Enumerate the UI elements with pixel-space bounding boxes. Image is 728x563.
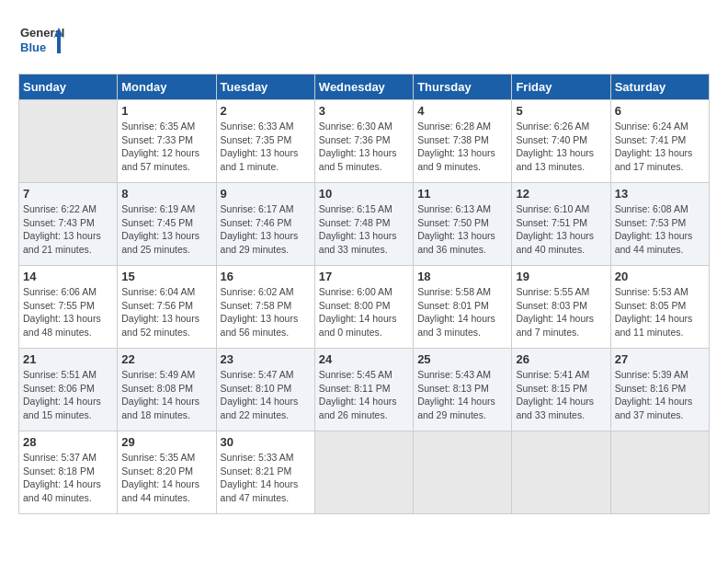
day-number: 4 xyxy=(417,104,507,118)
day-number: 24 xyxy=(319,352,409,366)
day-info: Sunrise: 6:06 AM Sunset: 7:55 PM Dayligh… xyxy=(23,285,113,339)
calendar-cell: 9Sunrise: 6:17 AM Sunset: 7:46 PM Daylig… xyxy=(216,183,314,266)
day-info: Sunrise: 6:35 AM Sunset: 7:33 PM Dayligh… xyxy=(121,120,211,174)
day-info: Sunrise: 5:51 AM Sunset: 8:06 PM Dayligh… xyxy=(23,368,113,422)
calendar-cell: 8Sunrise: 6:19 AM Sunset: 7:45 PM Daylig… xyxy=(118,183,216,266)
calendar-cell: 6Sunrise: 6:24 AM Sunset: 7:41 PM Daylig… xyxy=(610,100,709,183)
day-number: 22 xyxy=(121,352,211,366)
day-number: 19 xyxy=(516,270,606,283)
day-info: Sunrise: 5:35 AM Sunset: 8:20 PM Dayligh… xyxy=(121,451,211,505)
day-info: Sunrise: 6:15 AM Sunset: 7:48 PM Dayligh… xyxy=(319,202,409,257)
day-info: Sunrise: 5:53 AM Sunset: 8:05 PM Dayligh… xyxy=(615,285,705,339)
day-info: Sunrise: 5:43 AM Sunset: 8:13 PM Dayligh… xyxy=(417,368,507,422)
day-info: Sunrise: 6:30 AM Sunset: 7:36 PM Dayligh… xyxy=(319,120,409,174)
col-header-friday: Friday xyxy=(512,75,610,100)
page-header: General Blue xyxy=(18,18,710,64)
calendar-cell: 17Sunrise: 6:00 AM Sunset: 8:00 PM Dayli… xyxy=(314,266,413,349)
col-header-tuesday: Tuesday xyxy=(216,75,314,100)
calendar-cell: 26Sunrise: 5:41 AM Sunset: 8:15 PM Dayli… xyxy=(512,349,610,431)
day-number: 1 xyxy=(121,104,211,118)
day-info: Sunrise: 5:39 AM Sunset: 8:16 PM Dayligh… xyxy=(615,368,705,422)
day-number: 2 xyxy=(221,104,311,118)
day-number: 23 xyxy=(221,352,311,366)
calendar-week-row: 7Sunrise: 6:22 AM Sunset: 7:43 PM Daylig… xyxy=(19,183,710,266)
calendar-cell xyxy=(414,431,512,514)
calendar-cell: 21Sunrise: 5:51 AM Sunset: 8:06 PM Dayli… xyxy=(19,349,118,431)
calendar-cell: 10Sunrise: 6:15 AM Sunset: 7:48 PM Dayli… xyxy=(314,183,413,266)
day-info: Sunrise: 6:22 AM Sunset: 7:43 PM Dayligh… xyxy=(23,202,113,257)
day-number: 29 xyxy=(121,435,211,449)
day-info: Sunrise: 5:41 AM Sunset: 8:15 PM Dayligh… xyxy=(516,368,606,422)
calendar-cell: 16Sunrise: 6:02 AM Sunset: 7:58 PM Dayli… xyxy=(216,266,314,349)
day-info: Sunrise: 5:55 AM Sunset: 8:03 PM Dayligh… xyxy=(516,285,606,339)
calendar-cell: 20Sunrise: 5:53 AM Sunset: 8:05 PM Dayli… xyxy=(610,266,709,349)
day-info: Sunrise: 6:02 AM Sunset: 7:58 PM Dayligh… xyxy=(221,285,311,339)
calendar-cell: 7Sunrise: 6:22 AM Sunset: 7:43 PM Daylig… xyxy=(19,183,118,266)
day-number: 7 xyxy=(23,187,113,201)
col-header-sunday: Sunday xyxy=(19,75,118,100)
day-info: Sunrise: 6:13 AM Sunset: 7:50 PM Dayligh… xyxy=(417,202,507,257)
day-number: 13 xyxy=(615,187,705,201)
day-info: Sunrise: 6:04 AM Sunset: 7:56 PM Dayligh… xyxy=(121,285,211,339)
calendar-cell: 29Sunrise: 5:35 AM Sunset: 8:20 PM Dayli… xyxy=(118,431,216,514)
day-number: 6 xyxy=(615,104,705,118)
day-number: 10 xyxy=(319,187,409,201)
calendar-cell: 28Sunrise: 5:37 AM Sunset: 8:18 PM Dayli… xyxy=(19,431,118,514)
calendar-cell: 24Sunrise: 5:45 AM Sunset: 8:11 PM Dayli… xyxy=(314,349,413,431)
day-info: Sunrise: 5:58 AM Sunset: 8:01 PM Dayligh… xyxy=(417,285,507,339)
calendar-cell xyxy=(610,431,709,514)
calendar-cell: 5Sunrise: 6:26 AM Sunset: 7:40 PM Daylig… xyxy=(512,100,610,183)
calendar-cell: 14Sunrise: 6:06 AM Sunset: 7:55 PM Dayli… xyxy=(19,266,118,349)
calendar-cell: 1Sunrise: 6:35 AM Sunset: 7:33 PM Daylig… xyxy=(118,100,216,183)
day-number: 15 xyxy=(121,270,211,283)
day-number: 9 xyxy=(221,187,311,201)
calendar-cell: 2Sunrise: 6:33 AM Sunset: 7:35 PM Daylig… xyxy=(216,100,314,183)
day-info: Sunrise: 5:49 AM Sunset: 8:08 PM Dayligh… xyxy=(121,368,211,422)
calendar-cell: 11Sunrise: 6:13 AM Sunset: 7:50 PM Dayli… xyxy=(414,183,512,266)
day-number: 21 xyxy=(23,352,113,366)
calendar-cell: 3Sunrise: 6:30 AM Sunset: 7:36 PM Daylig… xyxy=(314,100,413,183)
calendar-week-row: 1Sunrise: 6:35 AM Sunset: 7:33 PM Daylig… xyxy=(19,100,710,183)
day-number: 12 xyxy=(516,187,606,201)
day-info: Sunrise: 6:26 AM Sunset: 7:40 PM Dayligh… xyxy=(516,120,606,174)
calendar-cell: 25Sunrise: 5:43 AM Sunset: 8:13 PM Dayli… xyxy=(414,349,512,431)
calendar-cell: 19Sunrise: 5:55 AM Sunset: 8:03 PM Dayli… xyxy=(512,266,610,349)
day-number: 25 xyxy=(417,352,507,366)
calendar-cell: 18Sunrise: 5:58 AM Sunset: 8:01 PM Dayli… xyxy=(414,266,512,349)
calendar-cell xyxy=(512,431,610,514)
day-number: 26 xyxy=(516,352,606,366)
calendar-table: SundayMondayTuesdayWednesdayThursdayFrid… xyxy=(18,74,710,514)
calendar-cell: 4Sunrise: 6:28 AM Sunset: 7:38 PM Daylig… xyxy=(414,100,512,183)
calendar-week-row: 21Sunrise: 5:51 AM Sunset: 8:06 PM Dayli… xyxy=(19,349,710,431)
day-number: 28 xyxy=(23,435,113,449)
day-info: Sunrise: 5:33 AM Sunset: 8:21 PM Dayligh… xyxy=(221,451,311,505)
day-number: 18 xyxy=(417,270,507,283)
calendar-cell: 22Sunrise: 5:49 AM Sunset: 8:08 PM Dayli… xyxy=(118,349,216,431)
day-info: Sunrise: 6:19 AM Sunset: 7:45 PM Dayligh… xyxy=(121,202,211,257)
day-number: 14 xyxy=(23,270,113,283)
day-info: Sunrise: 6:17 AM Sunset: 7:46 PM Dayligh… xyxy=(221,202,311,257)
day-info: Sunrise: 5:37 AM Sunset: 8:18 PM Dayligh… xyxy=(23,451,113,505)
col-header-monday: Monday xyxy=(118,75,216,100)
calendar-cell: 30Sunrise: 5:33 AM Sunset: 8:21 PM Dayli… xyxy=(216,431,314,514)
calendar-cell: 13Sunrise: 6:08 AM Sunset: 7:53 PM Dayli… xyxy=(610,183,709,266)
day-info: Sunrise: 6:33 AM Sunset: 7:35 PM Dayligh… xyxy=(221,120,311,174)
svg-text:Blue: Blue xyxy=(20,40,46,54)
calendar-cell xyxy=(314,431,413,514)
logo: General Blue xyxy=(18,18,64,64)
day-number: 27 xyxy=(615,352,705,366)
day-number: 5 xyxy=(516,104,606,118)
day-info: Sunrise: 6:10 AM Sunset: 7:51 PM Dayligh… xyxy=(516,202,606,257)
day-number: 30 xyxy=(221,435,311,449)
calendar-cell: 15Sunrise: 6:04 AM Sunset: 7:56 PM Dayli… xyxy=(118,266,216,349)
col-header-wednesday: Wednesday xyxy=(314,75,413,100)
col-header-thursday: Thursday xyxy=(414,75,512,100)
logo-svg: General Blue xyxy=(18,18,64,64)
day-number: 11 xyxy=(417,187,507,201)
day-info: Sunrise: 5:47 AM Sunset: 8:10 PM Dayligh… xyxy=(221,368,311,422)
col-header-saturday: Saturday xyxy=(610,75,709,100)
calendar-cell: 12Sunrise: 6:10 AM Sunset: 7:51 PM Dayli… xyxy=(512,183,610,266)
day-number: 20 xyxy=(615,270,705,283)
day-number: 8 xyxy=(121,187,211,201)
calendar-cell: 23Sunrise: 5:47 AM Sunset: 8:10 PM Dayli… xyxy=(216,349,314,431)
